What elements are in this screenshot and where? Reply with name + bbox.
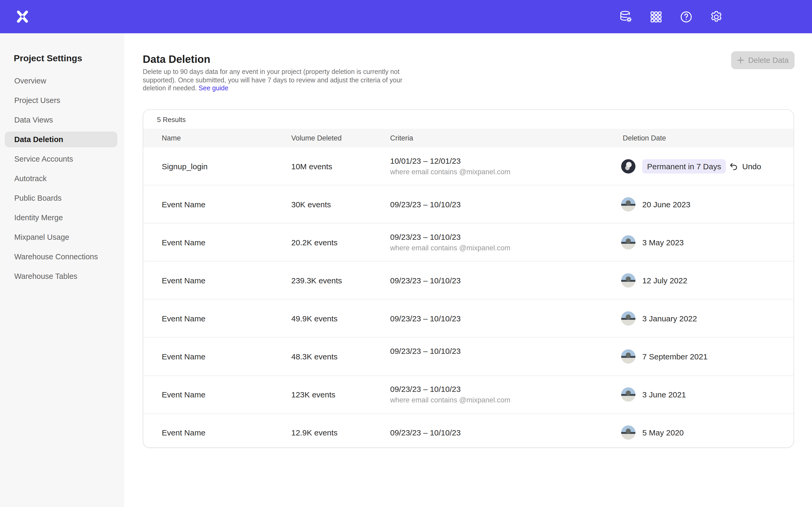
volume-deleted-cell: 30K events [291, 200, 331, 209]
criteria-cell: 10/01/23 – 12/01/23where email contains … [390, 156, 510, 176]
criteria-detail [390, 358, 461, 367]
data-pipeline-icon[interactable] [619, 10, 633, 23]
table-row: Signup_login10M events10/01/23 – 12/01/2… [143, 147, 794, 185]
table-row: Event Name12.9K events09/23/23 – 10/10/2… [143, 413, 794, 448]
criteria-date-range: 09/23/23 – 10/10/23 [390, 314, 461, 323]
avatar [621, 311, 636, 326]
table-row: Event Name239.3K events09/23/23 – 10/10/… [143, 261, 794, 299]
deletion-date-text: 3 June 2021 [642, 390, 686, 399]
delete-data-button-label: Delete Data [748, 56, 789, 64]
sidebar-item-overview[interactable]: Overview [5, 73, 117, 89]
sidebar-item-warehouse-connections[interactable]: Warehouse Connections [5, 249, 117, 265]
top-header [0, 0, 812, 33]
results-count: 5 Results [143, 110, 794, 129]
deletion-date-text: 12 July 2022 [642, 276, 687, 285]
deletion-date-cell: 3 May 2023 [621, 235, 684, 249]
app-root: Project Settings OverviewProject UsersDa… [0, 0, 812, 507]
see-guide-link[interactable]: See guide [199, 84, 229, 92]
avatar [621, 197, 636, 211]
criteria-detail: where email contains @mixpanel.com [390, 396, 510, 404]
column-header-criteria: Criteria [390, 129, 413, 147]
criteria-cell: 09/23/23 – 10/10/23 [390, 346, 461, 367]
sidebar-item-data-views[interactable]: Data Views [5, 112, 117, 128]
table-row: Event Name123K events09/23/23 – 10/10/23… [143, 375, 794, 413]
deletion-date-text: 7 September 2021 [642, 352, 708, 361]
sidebar-item-warehouse-tables[interactable]: Warehouse Tables [5, 268, 117, 284]
deletion-date-cell: 5 May 2020 [621, 426, 684, 440]
volume-deleted-cell: 123K events [291, 390, 336, 399]
page-title: Data Deletion [143, 53, 210, 65]
criteria-cell: 09/23/23 – 10/10/23 [390, 428, 461, 437]
settings-gear-icon[interactable] [709, 10, 723, 23]
avatar [621, 387, 636, 402]
criteria-date-range: 09/23/23 – 10/10/23 [390, 276, 461, 285]
criteria-detail: where email contains @mixpanel.com [390, 244, 510, 252]
volume-deleted-cell: 10M events [291, 162, 332, 171]
criteria-date-range: 09/23/23 – 10/10/23 [390, 200, 461, 209]
criteria-cell: 09/23/23 – 10/10/23 [390, 276, 461, 285]
topbar-icons [619, 0, 723, 33]
mixpanel-logo[interactable] [16, 10, 29, 23]
sidebar-item-project-users[interactable]: Project Users [5, 93, 117, 108]
event-name-cell: Event Name [162, 352, 205, 361]
deletions-table-card: 5 Results NameVolume DeletedCriteriaDele… [143, 109, 794, 448]
avatar [621, 159, 636, 173]
main-content: Data Deletion Delete up to 90 days data … [124, 33, 812, 507]
criteria-date-range: 10/01/23 – 12/01/23 [390, 156, 510, 165]
deletion-date-cell: 3 January 2022 [621, 311, 697, 326]
deletion-date-text: 20 June 2023 [642, 200, 691, 209]
sidebar-item-identity-merge[interactable]: Identity Merge [5, 210, 117, 226]
page-description-text: Delete up to 90 days data for any event … [143, 68, 402, 92]
event-name-cell: Event Name [162, 200, 205, 209]
sidebar-item-mixpanel-usage[interactable]: Mixpanel Usage [5, 229, 117, 245]
criteria-date-range: 09/23/23 – 10/10/23 [390, 428, 461, 437]
event-name-cell: Event Name [162, 428, 205, 437]
deletion-date-cell: 7 September 2021 [621, 349, 708, 363]
criteria-date-range: 09/23/23 – 10/10/23 [390, 232, 510, 241]
criteria-detail: where email contains @mixpanel.com [390, 168, 510, 176]
column-header-volume-deleted: Volume Deleted [291, 129, 342, 147]
criteria-cell: 09/23/23 – 10/10/23where email contains … [390, 385, 510, 404]
volume-deleted-cell: 49.9K events [291, 314, 338, 323]
column-header-name: Name [162, 129, 181, 147]
apps-grid-icon[interactable] [649, 10, 663, 23]
event-name-cell: Event Name [162, 276, 205, 285]
avatar [621, 349, 636, 363]
event-name-cell: Signup_login [162, 162, 208, 171]
sidebar-title: Project Settings [0, 33, 124, 64]
undo-icon [729, 162, 738, 171]
volume-deleted-cell: 48.3K events [291, 352, 338, 361]
event-name-cell: Event Name [162, 390, 205, 399]
deletion-date-cell: 12 July 2022 [621, 273, 687, 288]
undo-button[interactable]: Undo [729, 162, 761, 171]
criteria-date-range: 09/23/23 – 10/10/23 [390, 385, 510, 393]
status-badge: Permanent in 7 Days [642, 159, 726, 173]
sidebar-item-service-accounts[interactable]: Service Accounts [5, 151, 117, 167]
delete-data-button[interactable]: Delete Data [731, 51, 795, 69]
event-name-cell: Event Name [162, 238, 205, 247]
table-header-row: NameVolume DeletedCriteriaDeletion Date [143, 129, 794, 147]
volume-deleted-cell: 12.9K events [291, 428, 338, 437]
criteria-cell: 09/23/23 – 10/10/23 [390, 314, 461, 323]
plus-icon [737, 57, 744, 64]
table-row: Event Name49.9K events09/23/23 – 10/10/2… [143, 299, 794, 337]
sidebar: Project Settings OverviewProject UsersDa… [0, 33, 124, 507]
sidebar-item-data-deletion[interactable]: Data Deletion [5, 131, 117, 147]
page-description: Delete up to 90 days data for any event … [143, 68, 404, 93]
deletion-date-text: 5 May 2020 [642, 428, 684, 437]
volume-deleted-cell: 239.3K events [291, 276, 342, 285]
deletion-date-cell: 20 June 2023 [621, 197, 691, 211]
deletion-date-cell: 3 June 2021 [621, 387, 686, 402]
help-icon[interactable] [679, 10, 693, 23]
table-row: Event Name30K events09/23/23 – 10/10/232… [143, 185, 794, 223]
avatar [621, 273, 636, 288]
deletion-date-text: 3 May 2023 [642, 238, 684, 247]
criteria-cell: 09/23/23 – 10/10/23where email contains … [390, 232, 510, 252]
sidebar-item-autotrack[interactable]: Autotrack [5, 171, 117, 186]
table-row: Event Name20.2K events09/23/23 – 10/10/2… [143, 223, 794, 261]
criteria-date-range: 09/23/23 – 10/10/23 [390, 346, 461, 355]
event-name-cell: Event Name [162, 314, 205, 323]
table-row: Event Name48.3K events09/23/23 – 10/10/2… [143, 337, 794, 375]
sidebar-item-public-boards[interactable]: Public Boards [5, 190, 117, 206]
sidebar-nav: OverviewProject UsersData ViewsData Dele… [0, 73, 124, 284]
